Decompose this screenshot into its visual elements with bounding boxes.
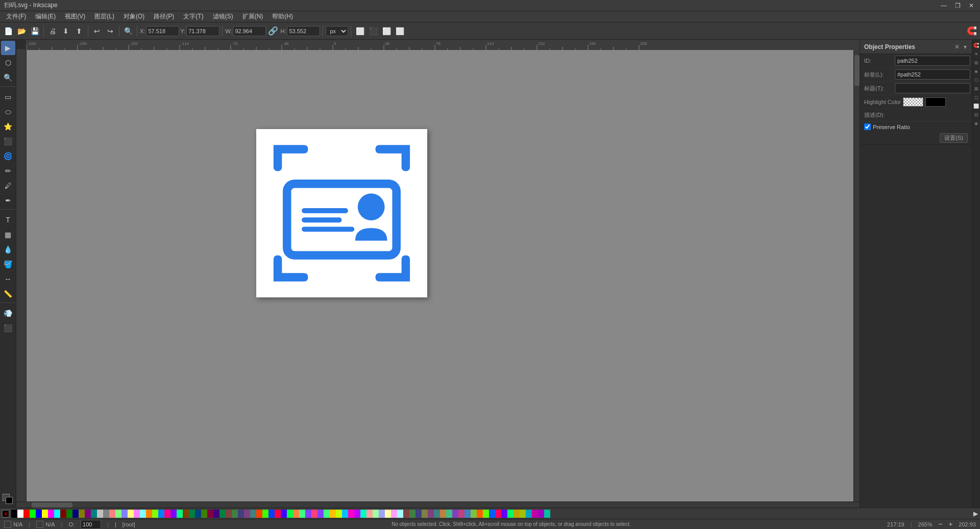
palette-color-72[interactable]	[452, 510, 458, 518]
spray-tool[interactable]: 💨	[1, 306, 15, 320]
palette-color-44[interactable]	[281, 510, 287, 518]
palette-color-4[interactable]	[36, 510, 42, 518]
zoom-in-btn[interactable]: 🔍	[122, 25, 134, 37]
palette-color-10[interactable]	[72, 510, 79, 518]
palette-color-23[interactable]	[152, 510, 158, 518]
palette-color-50[interactable]	[317, 510, 324, 518]
palette-color-83[interactable]	[520, 510, 526, 518]
menu-edit[interactable]: 编辑(E)	[31, 11, 60, 22]
minimize-btn[interactable]: —	[939, 2, 949, 9]
palette-color-53[interactable]	[336, 510, 342, 518]
palette-color-55[interactable]	[348, 510, 354, 518]
preserve-ratio-checkbox[interactable]	[864, 123, 871, 130]
new-btn[interactable]: 📄	[2, 25, 14, 37]
palette-color-2[interactable]	[23, 510, 30, 518]
rect-tool[interactable]: ▭	[1, 90, 15, 104]
palette-color-39[interactable]	[250, 510, 256, 518]
no-color-swatch[interactable]: ✕	[2, 510, 10, 518]
palette-color-29[interactable]	[189, 510, 195, 518]
close-btn[interactable]: ✕	[967, 2, 976, 9]
snap-icon-4[interactable]: ◈	[973, 68, 980, 75]
node-tool[interactable]: ⬡	[1, 56, 15, 70]
connect-tool[interactable]: ↔	[1, 272, 15, 286]
menu-path[interactable]: 路径(P)	[150, 11, 178, 22]
palette-color-77[interactable]	[483, 510, 489, 518]
panel-close-btn[interactable]: ✕	[953, 43, 961, 51]
palette-color-11[interactable]	[79, 510, 85, 518]
palette-color-42[interactable]	[268, 510, 275, 518]
palette-color-54[interactable]	[342, 510, 348, 518]
palette-color-86[interactable]	[538, 510, 544, 518]
horizontal-scrollbar[interactable]	[16, 501, 860, 508]
pen-tool[interactable]: 🖊	[1, 179, 15, 193]
palette-color-78[interactable]	[489, 510, 495, 518]
palette-color-35[interactable]	[226, 510, 232, 518]
palette-color-9[interactable]	[66, 510, 72, 518]
palette-color-5[interactable]	[42, 510, 48, 518]
dropper-tool[interactable]: 💧	[1, 242, 15, 257]
id-input[interactable]	[895, 56, 970, 66]
palette-color-82[interactable]	[513, 510, 520, 518]
palette-color-21[interactable]	[140, 510, 146, 518]
snap-icon-6[interactable]: ⊠	[973, 85, 980, 92]
palette-color-66[interactable]	[415, 510, 422, 518]
palette-color-69[interactable]	[434, 510, 440, 518]
palette-color-31[interactable]	[201, 510, 207, 518]
palette-color-80[interactable]	[501, 510, 507, 518]
x-input[interactable]	[146, 26, 179, 36]
callig-tool[interactable]: ✒	[1, 193, 15, 208]
menu-file[interactable]: 文件(F)	[2, 11, 30, 22]
zoom-in-status-btn[interactable]: +	[949, 520, 953, 528]
palette-color-59[interactable]	[373, 510, 379, 518]
palette-color-79[interactable]	[495, 510, 501, 518]
palette-color-71[interactable]	[446, 510, 452, 518]
menu-layer[interactable]: 图层(L)	[90, 11, 118, 22]
palette-color-20[interactable]	[134, 510, 140, 518]
palette-color-19[interactable]	[128, 510, 134, 518]
paint-tool[interactable]: 🪣	[1, 257, 15, 271]
palette-color-56[interactable]	[354, 510, 360, 518]
ellipse-tool[interactable]: ⬭	[1, 105, 15, 119]
palette-color-45[interactable]	[287, 510, 293, 518]
palette-color-43[interactable]	[275, 510, 281, 518]
palette-color-85[interactable]	[532, 510, 538, 518]
undo-btn[interactable]: ↩	[91, 25, 103, 37]
label-input[interactable]	[895, 69, 970, 80]
snap-icon-3[interactable]: ⊞	[973, 59, 980, 66]
palette-color-57[interactable]	[360, 510, 366, 518]
settings-button[interactable]: 设置(S)	[940, 133, 968, 143]
snap-icon-5[interactable]: ⬡	[973, 77, 980, 84]
palette-color-1[interactable]	[17, 510, 23, 518]
palette-color-81[interactable]	[507, 510, 513, 518]
pencil-tool[interactable]: ✏	[1, 164, 15, 178]
y-input[interactable]	[186, 26, 219, 36]
snap-icon-9[interactable]: ⊟	[973, 111, 980, 118]
h-scroll-thumb[interactable]	[32, 502, 72, 508]
menu-text[interactable]: 文字(T)	[179, 11, 207, 22]
palette-color-22[interactable]	[146, 510, 152, 518]
palette-color-15[interactable]	[103, 510, 109, 518]
unit-select[interactable]: pxmmcmin	[326, 26, 348, 36]
palette-color-68[interactable]	[428, 510, 434, 518]
palette-color-33[interactable]	[213, 510, 219, 518]
select-tool[interactable]: ▶	[1, 41, 15, 55]
menu-help[interactable]: 帮助(H)	[268, 11, 297, 22]
palette-color-41[interactable]	[262, 510, 268, 518]
palette-color-30[interactable]	[195, 510, 201, 518]
menu-extend[interactable]: 扩展(N)	[238, 11, 267, 22]
fill-stroke-btn[interactable]	[1, 492, 15, 507]
zoom-out-btn[interactable]: −	[939, 520, 943, 528]
palette-color-46[interactable]	[293, 510, 299, 518]
palette-color-6[interactable]	[48, 510, 54, 518]
palette-color-87[interactable]	[544, 510, 550, 518]
palette-color-27[interactable]	[177, 510, 183, 518]
palette-color-18[interactable]	[121, 510, 128, 518]
redo-btn[interactable]: ↪	[104, 25, 116, 37]
palette-color-3[interactable]	[30, 510, 36, 518]
palette-color-65[interactable]	[409, 510, 415, 518]
palette-color-51[interactable]	[324, 510, 330, 518]
save-btn[interactable]: 💾	[29, 25, 41, 37]
vertical-scrollbar[interactable]	[853, 50, 860, 501]
menu-object[interactable]: 对象(O)	[119, 11, 149, 22]
palette-color-84[interactable]	[526, 510, 532, 518]
